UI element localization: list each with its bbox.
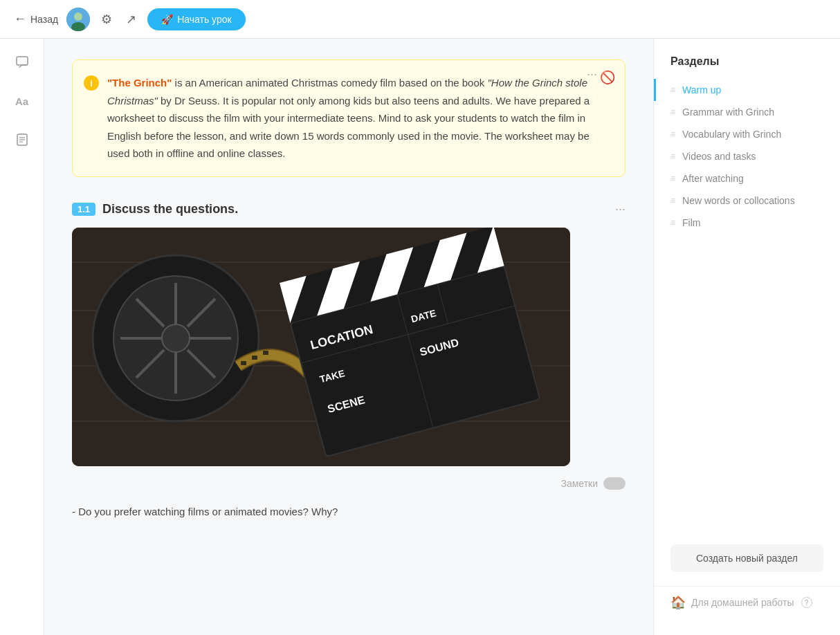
section-item[interactable]: ≡ Videos and tasks	[654, 145, 840, 167]
question-text: - Do you prefer watching films or animat…	[72, 504, 626, 520]
notes-sidebar-icon[interactable]	[10, 127, 35, 152]
content-area: i "The Grinch" is an American animated C…	[44, 39, 653, 635]
notes-label: Заметки	[560, 478, 598, 489]
section-item-label: New words or collocations	[682, 195, 795, 206]
start-lesson-button[interactable]: 🚀 Начать урок	[147, 8, 246, 30]
section-item-label: Warm up	[682, 84, 721, 95]
start-label: Начать урок	[177, 14, 232, 25]
section-item-label: After watching	[682, 173, 744, 184]
rocket-icon: 🚀	[161, 14, 173, 25]
back-arrow-icon: ←	[14, 12, 26, 26]
drag-icon: ≡	[670, 85, 675, 95]
section-item[interactable]: ≡ Warm up	[654, 79, 840, 101]
info-body2: by Dr Seuss. It is popular not only amon…	[107, 95, 590, 160]
info-more-button[interactable]: ···	[587, 67, 597, 82]
info-body: is an American animated Christmas comedy…	[175, 77, 488, 89]
eye-slash-icon[interactable]: 🚫	[600, 70, 615, 85]
right-sidebar: Разделы ≡ Warm up ≡ Grammar with Grinch …	[653, 39, 840, 635]
drag-icon: ≡	[670, 174, 675, 183]
drag-icon: ≡	[670, 218, 675, 228]
section-item[interactable]: ≡ Film	[654, 212, 840, 234]
share-button[interactable]: ↗	[123, 9, 139, 30]
info-icon: i	[84, 75, 99, 91]
svg-rect-25	[252, 356, 257, 360]
section-item[interactable]: ≡ After watching	[654, 167, 840, 190]
section-item[interactable]: ≡ New words or collocations	[654, 190, 840, 212]
drag-icon: ≡	[670, 107, 675, 117]
section-more-button[interactable]: ···	[615, 202, 626, 217]
svg-rect-3	[17, 57, 28, 65]
drag-icon: ≡	[670, 151, 675, 161]
section-number: 1.1	[72, 203, 95, 216]
top-navigation: ← Назад ⚙ ↗ 🚀 Начать урок	[0, 0, 840, 39]
info-box: i "The Grinch" is an American animated C…	[72, 59, 626, 177]
main-layout: Aa i "The Grinch" is an American animate…	[0, 39, 840, 635]
svg-point-1	[74, 12, 82, 21]
drag-icon: ≡	[670, 196, 675, 205]
create-section-button[interactable]: Создать новый раздел	[670, 544, 823, 572]
info-text: "The Grinch" is an American animated Chr…	[107, 74, 611, 163]
section-header: 1.1 Discuss the questions. ···	[72, 202, 626, 217]
settings-button[interactable]: ⚙	[98, 9, 115, 30]
svg-point-15	[162, 324, 190, 352]
home-icon: 🏠	[670, 595, 686, 610]
film-image: LOCATION DATE TAKE SOUND SCENE	[72, 228, 570, 466]
notes-row: Заметки	[72, 477, 626, 490]
sections-title: Разделы	[654, 55, 840, 79]
svg-rect-24	[241, 361, 246, 365]
section-item[interactable]: ≡ Grammar with Grinch	[654, 101, 840, 123]
homework-label: Для домашней работы	[691, 597, 794, 608]
section-list: ≡ Warm up ≡ Grammar with Grinch ≡ Vocabu…	[654, 79, 840, 536]
homework-help-icon[interactable]: ?	[801, 597, 812, 608]
back-label: Назад	[30, 14, 58, 25]
section-item-label: Vocabulary with Grinch	[682, 129, 781, 140]
section-item-label: Grammar with Grinch	[682, 107, 774, 118]
section-item[interactable]: ≡ Vocabulary with Grinch	[654, 123, 840, 145]
homework-row: 🏠 Для домашней работы ?	[654, 586, 840, 618]
drag-icon: ≡	[670, 129, 675, 139]
chat-sidebar-icon[interactable]	[10, 50, 35, 75]
left-sidebar: Aa	[0, 39, 44, 635]
section-item-label: Videos and tasks	[682, 151, 756, 162]
back-button[interactable]: ← Назад	[14, 12, 58, 26]
highlight-text: "The Grinch"	[107, 77, 172, 89]
section-item-label: Film	[682, 217, 700, 228]
translate-sidebar-icon[interactable]: Aa	[10, 89, 35, 113]
avatar	[66, 8, 90, 31]
section-title: Discuss the questions.	[102, 202, 238, 217]
notes-toggle[interactable]	[603, 477, 626, 490]
svg-rect-26	[263, 351, 268, 355]
